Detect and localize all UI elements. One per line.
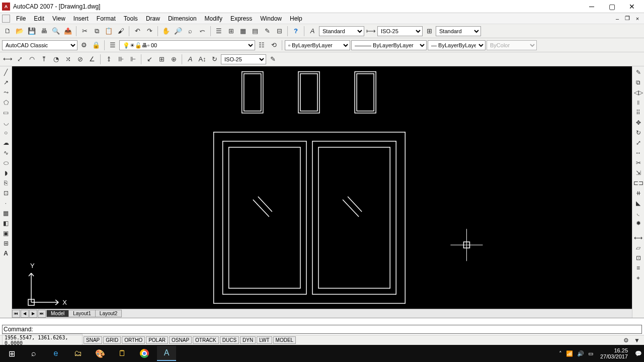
polygon-button[interactable]: ⬠ [1,98,11,107]
file-explorer-icon[interactable]: 🗂 [68,346,88,361]
dim-diameter-button[interactable]: ⊘ [74,54,86,65]
properties-button[interactable]: ☰ [213,26,224,37]
gradient-button[interactable]: ◧ [1,218,11,228]
scale-button[interactable]: ⤢ [633,138,643,147]
menu-window[interactable]: Window [256,14,286,23]
open-button[interactable]: 📂 [14,26,25,37]
layer-states-button[interactable]: ☷ [256,40,267,51]
dim-style-dropdown-2[interactable]: ISO-25 [221,54,266,64]
tray-up-icon[interactable]: ˄ [559,350,562,357]
dim-tolerance-button[interactable]: ⊞ [156,54,167,65]
command-input[interactable]: Command: [2,325,642,334]
layer-manager-button[interactable]: ☰ [107,40,118,51]
ellipse-arc-button[interactable]: ◗ [1,168,11,177]
mdi-restore-button[interactable]: ❐ [623,15,632,23]
table-style-dropdown[interactable]: Standard [436,26,481,36]
arc-button[interactable]: ◡ [1,118,11,127]
revcloud-button[interactable]: ☁ [1,138,11,147]
save-button[interactable]: 💾 [26,26,37,37]
new-button[interactable]: 🗋 [2,26,13,37]
maximize-button[interactable]: ▢ [602,1,622,13]
make-block-button[interactable]: ⊡ [1,188,11,198]
store-icon[interactable]: 🎨 [91,346,110,361]
toggle-ortho[interactable]: ORTHO [122,336,145,344]
dim-center-button[interactable]: ⊕ [168,54,179,65]
mtext-button[interactable]: A [1,248,11,258]
linetype-dropdown[interactable]: ——— ByLayerByLayer [351,40,427,50]
menu-draw[interactable]: Draw [142,14,164,23]
cut-button[interactable]: ✂ [79,26,90,37]
dim-update-button[interactable]: ↻ [209,54,220,65]
erase-button[interactable]: ✎ [633,67,643,77]
match-button[interactable]: 🖌 [115,26,126,37]
copy-button[interactable]: ⧉ [91,26,102,37]
dim-leader-button[interactable]: ↙ [144,54,155,65]
menu-tools[interactable]: Tools [120,14,142,23]
menu-edit[interactable]: Edit [30,14,48,23]
menu-dimension[interactable]: Dimension [164,14,201,23]
lineweight-dropdown[interactable]: — ByLayerByLayer [428,40,486,50]
pline-button[interactable]: ⤳ [1,87,11,97]
id-button[interactable]: ⌖ [633,273,643,283]
toggle-lwt[interactable]: LWT [257,336,272,344]
toggle-grid[interactable]: GRID [103,336,121,344]
workspace-lock-button[interactable]: 🔒 [91,40,102,51]
drawing-canvas[interactable]: XY [12,66,632,309]
area-button[interactable]: ▱ [633,243,643,252]
dim-ordinate-button[interactable]: ⤒ [38,54,49,65]
tray-volume-icon[interactable]: 🔊 [577,350,584,357]
toggle-model[interactable]: MODEL [273,336,296,344]
tab-prev-button[interactable]: ◀ [21,310,29,318]
extend-button[interactable]: ⇲ [633,168,643,177]
plot-button[interactable]: 🖶 [38,26,49,37]
publish-button[interactable]: 📤 [62,26,73,37]
chamfer-button[interactable]: ◣ [633,198,643,208]
dim-jogged-button[interactable]: ⤭ [62,54,73,65]
array-button[interactable]: ⠿ [633,108,643,117]
pan-button[interactable]: ✋ [160,26,172,37]
dim-textedit-button[interactable]: A↕ [197,54,208,65]
copy-obj-button[interactable]: ⧉ [633,77,643,87]
menu-insert[interactable]: Insert [69,14,93,23]
toggle-ducs[interactable]: DUCS [220,336,239,344]
toggle-snap[interactable]: SNAP [84,336,102,344]
dim-edit-button[interactable]: A [185,54,196,65]
dim-style-dropdown[interactable]: ISO-25 [377,26,423,36]
plotstyle-dropdown[interactable]: ByColor [487,40,537,50]
tray-network-icon[interactable]: 📶 [566,350,573,357]
spline-button[interactable]: ∿ [1,148,11,157]
menu-express[interactable]: Express [226,14,256,23]
color-dropdown[interactable]: ▫ ByLayerByLayer [285,40,350,50]
notes-icon[interactable]: 🗒 [113,346,132,361]
menu-view[interactable]: View [48,14,69,23]
text-style-dropdown[interactable]: Standard [319,26,364,36]
dim-radius-button[interactable]: ◔ [50,54,61,65]
markup-button[interactable]: ✎ [262,26,273,37]
offset-button[interactable]: ⫴ [633,98,643,107]
design-center-button[interactable]: ⊞ [225,26,236,37]
undo-button[interactable]: ↶ [132,26,143,37]
help-button[interactable]: ? [290,26,301,37]
list-button[interactable]: ≡ [633,263,643,273]
redo-button[interactable]: ↷ [144,26,155,37]
tab-last-button[interactable]: ⏭ [38,310,46,318]
start-button[interactable]: ⊞ [2,346,21,361]
xline-button[interactable]: ↗ [1,77,11,87]
taskbar-clock[interactable]: 16.25 27/03/2017 [597,347,631,359]
tool-palettes-button[interactable]: ▦ [237,26,249,37]
search-button[interactable]: ⌕ [24,346,43,361]
menu-help[interactable]: Help [286,14,306,23]
rotate-button[interactable]: ↻ [633,128,643,137]
notification-icon[interactable]: 💬 [635,350,642,357]
dim-continue-button[interactable]: ⊩ [127,54,138,65]
insert-block-button[interactable]: ⎘ [1,178,11,188]
dim-arc-button[interactable]: ◠ [26,54,37,65]
toggle-polar[interactable]: POLAR [146,336,168,344]
toggle-otrack[interactable]: OTRACK [193,336,219,344]
sheet-set-button[interactable]: ▤ [250,26,261,37]
menu-modify[interactable]: Modify [201,14,226,23]
point-button[interactable]: ∙ [1,198,11,208]
ellipse-button[interactable]: ⬭ [1,158,11,167]
minimize-button[interactable]: ─ [582,1,602,13]
paste-button[interactable]: 📋 [103,26,114,37]
